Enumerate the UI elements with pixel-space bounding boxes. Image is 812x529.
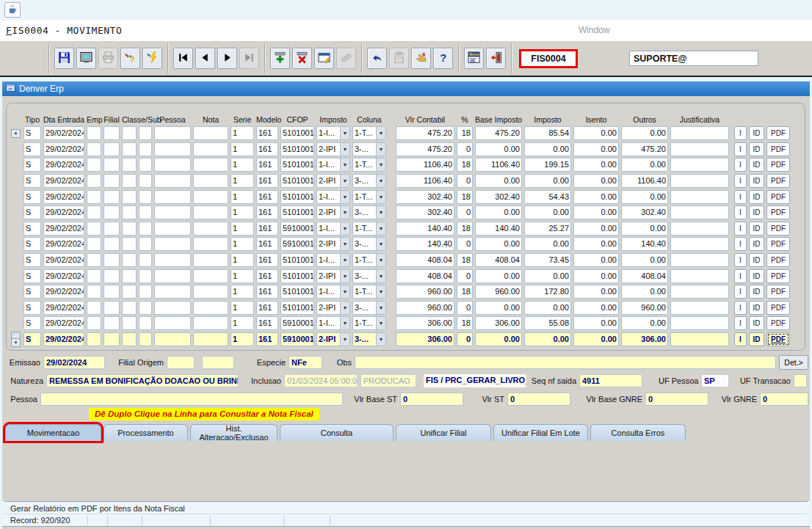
cell-serie[interactable]: 1 <box>231 253 254 267</box>
cell-justificativa[interactable] <box>670 237 729 251</box>
cell-vlr-contabil[interactable]: 960.00 <box>396 285 454 299</box>
cell-tipo[interactable]: S <box>23 316 41 330</box>
cell-isento[interactable]: 0.00 <box>573 332 619 346</box>
cell-sub[interactable] <box>139 316 152 330</box>
cell-sub[interactable] <box>139 190 152 204</box>
row-button-id[interactable]: ID <box>749 205 764 219</box>
cell-pessoa[interactable] <box>154 142 191 156</box>
cell-imposto-valor[interactable]: 25.27 <box>524 222 571 236</box>
cell-percent[interactable]: 0 <box>457 174 473 188</box>
row-button-id[interactable]: ID <box>749 269 764 283</box>
cell-base-imposto[interactable]: 0.00 <box>475 174 522 188</box>
cell-cfop[interactable]: 5101001 <box>280 205 314 219</box>
cell-serie[interactable]: 1 <box>231 269 254 283</box>
cell-cfop[interactable]: 5101001 <box>280 253 314 267</box>
cell-tipo[interactable]: S <box>23 205 41 219</box>
cell-imposto-valor[interactable]: 73.45 <box>524 253 571 267</box>
cell-classe[interactable] <box>122 332 137 346</box>
chevron-down-icon[interactable]: ▼ <box>376 127 385 139</box>
cell-filial[interactable] <box>104 205 120 219</box>
natureza-field[interactable]: REMESSA EM BONIFICAÇÃO DOACAO OU BRINDE <box>46 374 239 387</box>
chevron-down-icon[interactable]: ▼ <box>376 158 385 171</box>
chevron-down-icon[interactable]: ▼ <box>376 285 385 298</box>
row-button-pdf[interactable]: PDF <box>766 142 790 156</box>
cell-imposto-valor[interactable]: 199.15 <box>524 158 571 172</box>
uf-pessoa-field[interactable]: SP <box>701 374 729 387</box>
cell-cfop[interactable]: 5101001 <box>280 269 314 283</box>
cell-emp[interactable] <box>87 142 101 156</box>
chevron-down-icon[interactable]: ▼ <box>340 143 349 156</box>
cell-coluna-dropdown[interactable]: 3-...▼ <box>352 142 386 156</box>
cell-imposto-dropdown[interactable]: 1-I...▼ <box>316 253 350 267</box>
cell-sub[interactable] <box>139 237 152 251</box>
cell-base-imposto[interactable]: 0.00 <box>475 205 522 219</box>
cell-modelo[interactable]: 161 <box>256 269 278 283</box>
row-button-i[interactable]: I <box>734 222 747 236</box>
cell-vlr-contabil[interactable]: 960.00 <box>396 301 454 315</box>
cell-percent[interactable]: 0 <box>457 269 473 283</box>
cell-pessoa[interactable] <box>154 237 191 251</box>
cell-coluna-dropdown[interactable]: 1-T...▼ <box>352 158 386 172</box>
cell-imposto-valor[interactable]: 0.00 <box>524 332 571 346</box>
cell-isento[interactable]: 0.00 <box>573 285 619 299</box>
row-button-id[interactable]: ID <box>749 253 764 267</box>
cell-nota[interactable] <box>193 126 228 140</box>
cell-base-imposto[interactable]: 0.00 <box>475 301 522 315</box>
cell-coluna-dropdown[interactable]: 3-...▼ <box>352 205 386 219</box>
cell-outros[interactable]: 0.00 <box>621 190 668 204</box>
cell-justificativa[interactable] <box>670 301 729 315</box>
row-button-pdf[interactable]: PDF <box>766 158 790 172</box>
cell-tipo[interactable]: S <box>23 174 41 188</box>
row-button-pdf[interactable]: PDF <box>766 253 790 267</box>
cell-pessoa[interactable] <box>154 190 191 204</box>
cell-emp[interactable] <box>87 332 101 346</box>
cell-tipo[interactable]: S <box>23 237 41 251</box>
cell-serie[interactable]: 1 <box>231 126 254 140</box>
row-button-i[interactable]: I <box>734 285 747 299</box>
cell-nota[interactable] <box>193 205 228 219</box>
cell-emp[interactable] <box>87 316 101 330</box>
cell-cfop[interactable]: 5101001 <box>280 126 314 140</box>
cell-base-imposto[interactable]: 1106.40 <box>475 158 522 172</box>
cell-coluna-dropdown[interactable]: 1-T...▼ <box>352 126 386 140</box>
cell-dta-entrada[interactable]: 29/02/2024 <box>43 237 84 251</box>
row-button-id[interactable]: ID <box>749 237 764 251</box>
chevron-down-icon[interactable]: ▼ <box>376 222 385 235</box>
row-button-id[interactable]: ID <box>749 316 764 330</box>
chevron-down-icon[interactable]: ▼ <box>376 270 385 282</box>
cell-dta-entrada[interactable]: 29/02/2024 <box>43 316 84 330</box>
cell-modelo[interactable]: 161 <box>256 253 278 267</box>
cell-dta-entrada[interactable]: 29/02/2024 <box>43 126 84 140</box>
cell-justificativa[interactable] <box>670 269 729 283</box>
cell-dta-entrada[interactable]: 29/02/2024 <box>43 269 84 283</box>
cell-coluna-dropdown[interactable]: 3-...▼ <box>352 269 386 283</box>
cell-sub[interactable] <box>139 285 152 299</box>
nav-last-button[interactable] <box>239 48 259 69</box>
filial-origem-field-1[interactable] <box>167 356 195 369</box>
tab-processamento[interactable]: Processamento <box>104 424 188 441</box>
row-button-id[interactable]: ID <box>749 158 764 172</box>
cell-dta-entrada[interactable]: 29/02/2024 <box>43 174 84 188</box>
chevron-down-icon[interactable]: ▼ <box>340 191 349 203</box>
cell-cfop[interactable]: 5910001 <box>280 316 314 330</box>
cell-emp[interactable] <box>87 253 101 267</box>
row-button-pdf[interactable]: PDF <box>766 237 790 251</box>
cell-isento[interactable]: 0.00 <box>573 126 619 140</box>
cell-percent[interactable]: 18 <box>457 253 473 267</box>
row-button-id[interactable]: ID <box>749 222 764 236</box>
cell-pessoa[interactable] <box>154 285 191 299</box>
cell-emp[interactable] <box>87 237 101 251</box>
cell-emp[interactable] <box>87 126 101 140</box>
cell-cfop[interactable]: 5910001 <box>280 332 314 346</box>
cell-outros[interactable]: 0.00 <box>621 158 668 172</box>
row-button-id[interactable]: ID <box>749 332 764 346</box>
cell-pessoa[interactable] <box>154 301 191 315</box>
cell-vlr-contabil[interactable]: 1106.40 <box>396 174 454 188</box>
cell-dta-entrada[interactable]: 29/02/2024 <box>43 205 84 219</box>
cell-isento[interactable]: 0.00 <box>573 158 619 172</box>
cell-isento[interactable]: 0.00 <box>573 190 619 204</box>
cell-serie[interactable]: 1 <box>231 237 254 251</box>
undo-button[interactable] <box>367 48 387 69</box>
cell-tipo[interactable]: S <box>23 269 41 283</box>
cell-nota[interactable] <box>193 301 228 315</box>
